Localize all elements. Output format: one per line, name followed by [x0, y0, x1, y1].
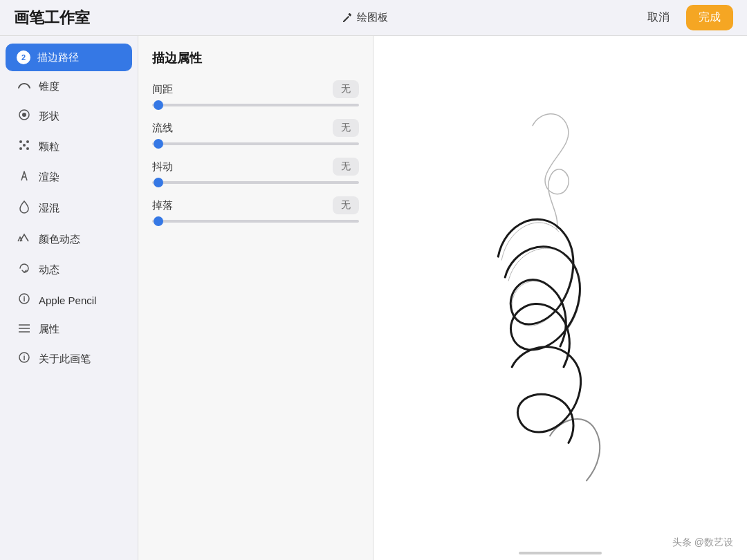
sidebar-item-dynamic[interactable]: 动态	[6, 255, 132, 284]
render-icon	[17, 169, 32, 185]
particle-icon	[17, 139, 32, 154]
sidebar-item-label: 描边路径	[37, 51, 79, 64]
sidebar-item-label: 关于此画笔	[39, 353, 91, 366]
sidebar-item-shape[interactable]: 形状	[6, 102, 132, 131]
falloff-slider-track[interactable]	[152, 220, 359, 223]
drawing-board-button[interactable]: 绘图板	[335, 7, 395, 28]
done-button[interactable]: 完成	[686, 5, 733, 30]
top-bar-center: 绘图板	[335, 7, 395, 28]
svg-point-6	[26, 147, 29, 150]
sidebar-item-wet-mix[interactable]: 湿混	[6, 193, 132, 223]
cone-icon	[17, 80, 32, 93]
spacing-slider-track[interactable]	[152, 104, 359, 106]
streamline-slider-thumb[interactable]	[154, 139, 163, 149]
sidebar-item-apple-pencil[interactable]: i Apple Pencil	[6, 286, 132, 315]
sidebar-item-render[interactable]: 渲染	[6, 162, 132, 192]
falloff-value: 无	[333, 196, 359, 214]
svg-text:i: i	[23, 295, 25, 303]
top-bar: 画笔工作室 绘图板 取消 完成	[0, 0, 747, 36]
svg-point-2	[19, 140, 22, 143]
streamline-slider-track[interactable]	[152, 142, 359, 145]
dynamic-icon	[17, 262, 32, 277]
streamline-value: 无	[333, 119, 359, 137]
color-dynamic-icon	[17, 232, 32, 247]
property-streamline: 流线 无	[152, 119, 359, 145]
canvas-scrollbar[interactable]	[519, 552, 602, 554]
jitter-label: 抖动	[152, 160, 173, 174]
middle-panel: 描边属性 间距 无 流线 无 抖动 无	[138, 36, 374, 560]
sidebar-item-color-dynamic[interactable]: 颜色动态	[6, 225, 132, 254]
edit-icon	[342, 12, 353, 24]
spacing-slider-thumb[interactable]	[154, 100, 163, 110]
sidebar-item-label: 形状	[39, 110, 59, 123]
spacing-label: 间距	[152, 83, 173, 96]
property-jitter: 抖动 无	[152, 158, 359, 184]
property-spacing-header: 间距 无	[152, 80, 359, 98]
sidebar-item-label: 湿混	[39, 202, 59, 215]
property-jitter-header: 抖动 无	[152, 158, 359, 176]
svg-point-3	[26, 140, 29, 143]
sidebar-item-label: 颜色动态	[39, 233, 80, 246]
sidebar: 2 描边路径 锥度 形状	[0, 36, 138, 560]
svg-text:i: i	[23, 353, 25, 362]
svg-point-1	[22, 113, 26, 117]
svg-point-5	[19, 147, 22, 150]
top-bar-actions: 取消 完成	[639, 5, 733, 30]
drawing-board-label: 绘图板	[357, 11, 388, 24]
canvas-svg	[374, 36, 747, 560]
stroke-path-badge: 2	[17, 50, 30, 64]
sidebar-item-label: Apple Pencil	[39, 295, 96, 306]
sidebar-item-properties[interactable]: 属性	[6, 316, 132, 343]
about-icon: i	[17, 351, 32, 366]
jitter-value: 无	[333, 158, 359, 176]
middle-panel-title: 描边属性	[152, 50, 359, 66]
properties-icon	[17, 324, 32, 336]
main-content: 2 描边路径 锥度 形状	[0, 36, 747, 560]
property-falloff-header: 掉落 无	[152, 196, 359, 214]
spacing-value: 无	[333, 80, 359, 98]
sidebar-item-about[interactable]: i 关于此画笔	[6, 344, 132, 373]
wet-mix-icon	[17, 200, 32, 216]
falloff-slider-thumb[interactable]	[154, 216, 163, 226]
property-streamline-header: 流线 无	[152, 119, 359, 137]
streamline-label: 流线	[152, 122, 173, 135]
canvas-area[interactable]: 头条 @数艺设	[374, 36, 747, 560]
sidebar-item-label: 锥度	[39, 80, 59, 93]
watermark: 头条 @数艺设	[672, 536, 733, 549]
property-spacing: 间距 无	[152, 80, 359, 106]
jitter-slider-thumb[interactable]	[154, 178, 163, 187]
sidebar-item-cone[interactable]: 锥度	[6, 73, 132, 100]
svg-point-4	[23, 144, 26, 147]
falloff-label: 掉落	[152, 199, 173, 212]
app-title: 画笔工作室	[14, 8, 90, 28]
sidebar-item-label: 动态	[39, 263, 59, 277]
property-falloff: 掉落 无	[152, 196, 359, 223]
shape-icon	[17, 109, 32, 124]
sidebar-item-label: 属性	[39, 323, 59, 336]
sidebar-item-stroke-path[interactable]: 2 描边路径	[6, 44, 132, 71]
sidebar-item-label: 颗粒	[39, 140, 59, 153]
cancel-button[interactable]: 取消	[639, 6, 678, 29]
jitter-slider-track[interactable]	[152, 181, 359, 184]
sidebar-item-label: 渲染	[39, 171, 59, 184]
apple-pencil-icon: i	[17, 292, 32, 308]
sidebar-item-particle[interactable]: 颗粒	[6, 132, 132, 161]
